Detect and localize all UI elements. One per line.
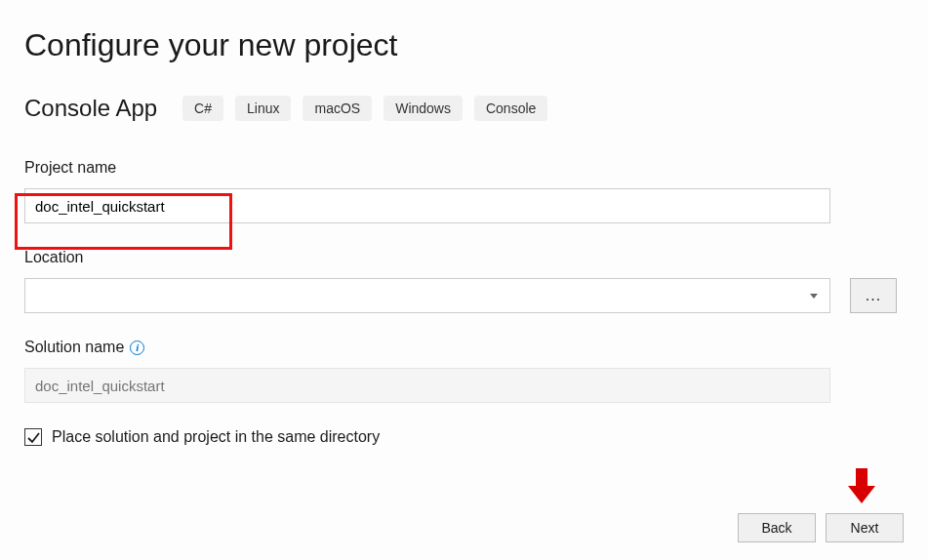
location-label: Location [24,249,904,266]
annotation-arrow-icon [844,466,879,505]
location-group: Location ... [24,249,904,313]
template-tag: Console [474,96,547,121]
svg-rect-0 [856,468,867,486]
template-name: Console App [24,95,157,122]
template-tag: Windows [383,96,463,121]
next-button[interactable]: Next [826,513,904,542]
browse-location-button[interactable]: ... [850,278,897,313]
template-tag: C# [182,96,223,121]
location-combobox[interactable] [24,278,830,313]
template-tag: Linux [235,96,291,121]
wizard-footer: Back Next [738,513,904,542]
same-directory-row[interactable]: Place solution and project in the same d… [24,428,904,446]
project-name-group: Project name [24,159,904,223]
same-directory-label: Place solution and project in the same d… [52,428,380,446]
template-header-row: Console App C# Linux macOS Windows Conso… [24,95,904,122]
same-directory-checkbox[interactable] [24,428,42,446]
solution-name-group: Solution name i [24,339,904,403]
back-button[interactable]: Back [738,513,816,542]
checkmark-icon [27,431,40,444]
solution-name-input [24,368,830,403]
project-name-input[interactable] [24,188,830,223]
chevron-down-icon [810,294,818,299]
solution-name-label-text: Solution name [24,339,124,356]
page-title: Configure your new project [24,27,904,63]
template-tag: macOS [303,96,372,121]
info-icon[interactable]: i [130,340,144,355]
project-name-label: Project name [24,159,904,177]
solution-name-label: Solution name i [24,339,904,356]
svg-marker-1 [848,486,875,503]
